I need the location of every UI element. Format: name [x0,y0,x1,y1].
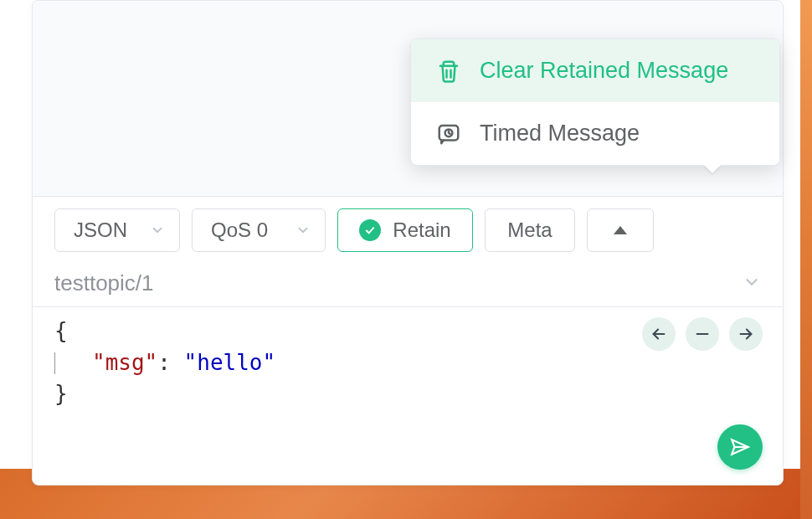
meta-label: Meta [507,218,552,242]
clear-retained-menu-item[interactable]: Clear Retained Message [411,39,779,102]
window-right-stripe [800,0,812,519]
caret-up-icon [614,226,627,234]
editor-cursor [54,352,55,374]
payload-format-label: JSON [74,218,127,242]
timed-message-label: Timed Message [480,121,640,146]
more-actions-popover: Clear Retained Message Timed Message [410,39,780,166]
send-button[interactable] [717,424,763,470]
check-icon [359,219,381,241]
trash-icon [436,59,461,84]
topic-input[interactable]: testtopic/1 [54,270,154,296]
json-brace-close: } [54,381,68,406]
json-brace-open: { [54,318,68,343]
topic-row: testtopic/1 [33,264,783,307]
payload-format-select[interactable]: JSON [54,208,180,252]
timed-message-icon [436,121,461,146]
chevron-down-icon[interactable] [743,273,761,295]
timed-message-menu-item[interactable]: Timed Message [411,102,779,165]
retain-toggle[interactable]: Retain [337,208,473,252]
editor-mini-actions [642,317,763,351]
json-value: "hello" [184,350,276,375]
payload-editor[interactable]: { "msg": "hello" } [33,307,783,485]
send-icon [729,436,751,458]
clear-retained-label: Clear Retained Message [480,58,728,84]
qos-label: QoS 0 [211,218,268,242]
history-clear-button[interactable] [686,317,719,351]
history-next-button[interactable] [729,317,763,351]
json-colon: : [157,350,171,375]
retain-label: Retain [393,218,450,242]
chevron-down-icon [295,222,311,239]
qos-select[interactable]: QoS 0 [192,208,326,252]
more-actions-button[interactable] [587,208,654,252]
json-key: "msg" [92,350,157,375]
meta-button[interactable]: Meta [485,208,575,252]
history-prev-button[interactable] [642,317,676,351]
publish-toolbar: JSON QoS 0 Retain Meta [33,197,783,264]
chevron-down-icon [149,222,166,239]
